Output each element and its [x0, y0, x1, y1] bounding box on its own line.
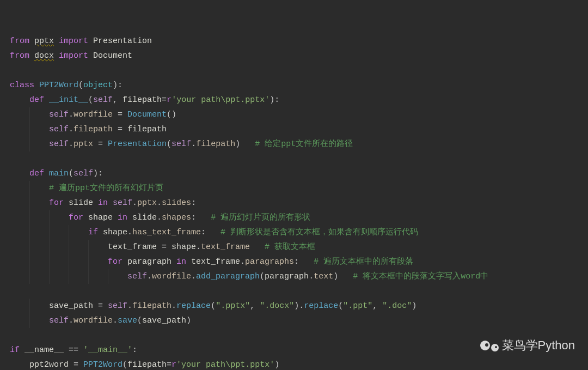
code-token: ) [235, 139, 240, 149]
code-token: . [147, 272, 152, 281]
code-token: from [10, 51, 34, 60]
code-token: self [74, 169, 93, 178]
code-token: , [250, 301, 260, 311]
code-token: ppt2word [29, 360, 69, 369]
code-token: = [157, 242, 171, 252]
code-token: ) [294, 301, 299, 311]
code-token: = [93, 301, 108, 311]
code-token: filepath [196, 139, 235, 149]
code-token: () [167, 110, 176, 119]
code-token: self [93, 95, 113, 105]
code-line[interactable]: for shape in slide.shapes: # 遍历幻灯片页的所有形状 [10, 210, 588, 225]
code-token: text_frame [108, 242, 157, 252]
code-line[interactable]: text_frame = shape.text_frame # 获取文本框 [10, 240, 588, 254]
code-line[interactable] [10, 284, 588, 299]
code-token: : [294, 257, 299, 266]
code-token: ".ppt" [343, 301, 372, 311]
code-token: = [113, 125, 127, 134]
code-token: ): [113, 81, 122, 90]
code-block: from pptx import Presentationfrom docx i… [10, 34, 588, 370]
code-token: , [372, 301, 382, 311]
code-token: . [196, 242, 201, 252]
code-token: . [191, 272, 196, 281]
code-token: . [69, 125, 74, 134]
code-token [10, 154, 15, 163]
watermark: 菜鸟学Python [480, 338, 575, 353]
code-token: shape [88, 213, 113, 222]
code-token: pptx [34, 37, 54, 46]
code-token: # 遍历文本框中的所有段落 [314, 257, 413, 266]
code-token: filepath [127, 125, 167, 134]
code-token: def [29, 95, 49, 105]
code-token: self [108, 301, 127, 311]
code-token: filepath [127, 360, 167, 369]
code-token: text_frame [191, 257, 240, 266]
code-line[interactable]: self.wordfile = Document() [10, 107, 588, 122]
code-token: 'your path\ppt.pptx' [176, 360, 274, 369]
code-line[interactable]: save_path = self.filepath.replace(".pptx… [10, 299, 588, 313]
code-token: # 遍历幻灯片页的所有形状 [211, 213, 310, 222]
code-token: save_path [49, 301, 93, 311]
code-token: . [69, 139, 74, 149]
code-token: # 判断形状是否含有文本框，如果含有则顺序运行代码 [220, 228, 418, 237]
code-line[interactable]: # 遍历ppt文件的所有幻灯片页 [10, 181, 588, 196]
code-token [196, 213, 211, 222]
code-line[interactable] [10, 151, 588, 166]
code-token: : [191, 213, 196, 222]
code-token: self [49, 125, 69, 134]
code-token: , [113, 95, 122, 105]
code-line[interactable]: if shape.has_text_frame: # 判断形状是否含有文本框，如… [10, 225, 588, 240]
code-token: wordfile [152, 272, 191, 281]
code-token: ( [167, 139, 171, 149]
code-line[interactable]: self.pptx = Presentation(self.filepath) … [10, 137, 588, 151]
code-token [240, 139, 255, 149]
code-line[interactable]: for slide in self.pptx.slides: [10, 196, 588, 210]
code-line[interactable]: self.wordfile.add_paragraph(paragraph.te… [10, 269, 588, 284]
code-token: shape [171, 242, 196, 252]
code-line[interactable] [10, 63, 588, 78]
code-token: = [93, 139, 108, 149]
code-token: in [93, 198, 113, 208]
code-token: import [54, 51, 93, 60]
code-line[interactable]: def __init__(self, filepath=r'your path\… [10, 93, 588, 107]
code-line[interactable]: class PPT2Word(object): [10, 78, 588, 93]
code-token: . [69, 110, 74, 119]
watermark-text: 菜鸟学Python [502, 338, 575, 353]
code-token: main [49, 169, 69, 178]
code-token: shape [103, 228, 127, 237]
code-token [10, 287, 15, 296]
code-token: paragraph [127, 257, 171, 266]
code-token: Presentation [108, 139, 167, 149]
code-editor[interactable]: from pptx import Presentationfrom docx i… [0, 0, 588, 370]
code-line[interactable]: from pptx import Presentation [10, 34, 588, 48]
code-token: # 将文本框中的段落文字写入word中 [353, 272, 488, 281]
wechat-icon [491, 344, 499, 351]
code-token: . [191, 139, 196, 149]
code-token: ( [88, 95, 93, 105]
code-token: paragraph [265, 272, 309, 281]
code-token: . [132, 198, 137, 208]
code-token: if [88, 228, 103, 237]
code-token: Document [93, 51, 132, 60]
code-line[interactable]: for paragraph in text_frame.paragraphs: … [10, 254, 588, 269]
code-token: '__main__' [83, 345, 132, 355]
code-token: 'your path\ppt.pptx' [171, 95, 270, 105]
code-token: add_paragraph [196, 272, 260, 281]
code-token: = [167, 360, 171, 369]
code-token: filepath [122, 95, 162, 105]
code-token: wordfile [74, 316, 113, 325]
code-line[interactable]: from docx import Document [10, 48, 588, 63]
code-token: . [69, 316, 74, 325]
code-token: == [64, 345, 83, 355]
code-token: self [127, 272, 147, 281]
code-token: pptx [137, 198, 157, 208]
code-line[interactable]: self.filepath = filepath [10, 122, 588, 137]
code-token: PPT2Word [83, 360, 122, 369]
code-token: r [167, 95, 171, 105]
code-token: slide [69, 198, 93, 208]
code-line[interactable]: def main(self): [10, 166, 588, 181]
code-line[interactable]: self.wordfile.save(save_path) [10, 313, 588, 328]
code-line[interactable]: ppt2word = PPT2Word(filepath=r'your path… [10, 357, 588, 370]
code-token: in [171, 257, 191, 266]
code-token: ".pptx" [216, 301, 250, 311]
